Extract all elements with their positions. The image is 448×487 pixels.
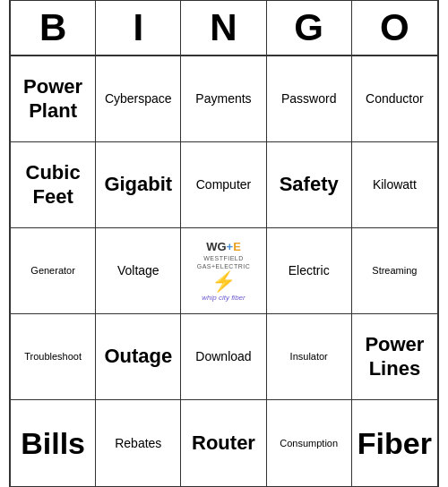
bingo-cell-6: Gigabit [96,142,181,228]
bingo-cell-7: Computer [181,142,266,228]
cell-text: Rebates [115,435,161,451]
wge-bolt-icon: ⚡ [211,272,236,292]
cell-text: Password [281,90,336,107]
bingo-header: B I N G O [11,1,437,56]
bingo-cell-4: Conductor [352,56,437,142]
bingo-cell-1: Cyberspace [96,56,181,142]
free-space: WG+E WESTFIELD GAS+ELECTRIC ⚡ whip city … [185,240,262,302]
cell-text: Voltage [117,262,159,278]
bingo-cell-2: Payments [181,56,266,142]
cell-text: Kilowatt [373,176,417,192]
cell-text: Safety [280,173,339,196]
cell-text: Payments [195,90,251,107]
bingo-card: B I N G O Power PlantCyberspacePaymentsP… [9,0,439,487]
cell-text: Power Lines [356,333,434,380]
cell-text: Generator [30,264,75,277]
cell-text: Consumption [280,437,338,449]
letter-i: I [96,1,181,55]
bingo-cell-9: Kilowatt [352,142,437,228]
bingo-cell-11: Voltage [96,228,181,314]
bingo-cell-22: Router [181,400,266,486]
bingo-grid: Power PlantCyberspacePaymentsPasswordCon… [11,56,437,486]
cell-text: Fiber [358,425,432,462]
cell-text: Streaming [372,264,417,277]
bingo-cell-3: Password [267,56,352,142]
bingo-cell-23: Consumption [267,400,352,486]
letter-o: O [352,1,437,55]
letter-g: G [267,1,352,55]
wge-logo: WG+E [206,240,241,253]
bingo-cell-21: Rebates [96,400,181,486]
bingo-cell-24: Fiber [352,400,437,486]
cell-text: Conductor [366,90,424,107]
wge-subtitle: WESTFIELD GAS+ELECTRIC [185,255,262,270]
bingo-cell-14: Streaming [352,228,437,314]
bingo-cell-17: Download [181,314,266,400]
bingo-cell-16: Outage [96,314,181,400]
cell-text: Cyberspace [105,90,172,107]
bingo-cell-20: Bills [11,400,96,486]
cell-text: Insulator [290,350,328,363]
bingo-cell-19: Power Lines [352,314,437,400]
bingo-cell-18: Insulator [267,314,352,400]
bingo-cell-10: Generator [11,228,96,314]
cell-text: Outage [104,345,172,368]
bingo-cell-5: Cubic Feet [11,142,96,228]
cell-text: Electric [289,262,330,278]
bingo-cell-15: Troubleshoot [11,314,96,400]
letter-b: B [11,1,96,55]
cell-text: Router [192,431,255,455]
cell-text: Computer [196,176,251,192]
bingo-cell-8: Safety [267,142,352,228]
cell-text: Gigabit [104,173,172,196]
bingo-cell-13: Electric [267,228,352,314]
letter-n: N [181,1,266,55]
wge-fiber-label: whip city fiber [202,294,245,302]
cell-text: Power Plant [14,75,91,123]
cell-text: Download [195,348,251,364]
cell-text: Cubic Feet [14,161,91,209]
bingo-cell-12: WG+E WESTFIELD GAS+ELECTRIC ⚡ whip city … [181,228,266,314]
cell-text: Bills [21,425,85,462]
cell-text: Troubleshoot [24,350,82,363]
bingo-cell-0: Power Plant [11,56,96,142]
